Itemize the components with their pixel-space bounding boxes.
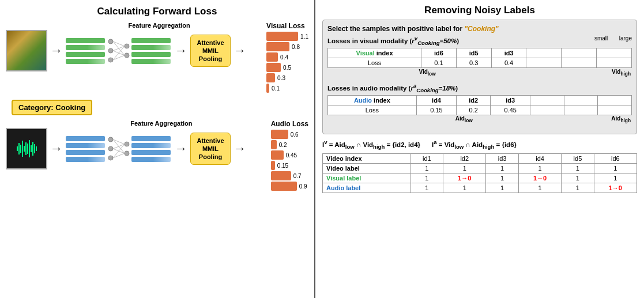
visual-id1: id1 xyxy=(597,48,632,58)
visual-val-id2: 0.8 xyxy=(562,58,597,68)
svg-point-12 xyxy=(108,146,113,151)
audio-id2: id2 xyxy=(457,96,490,105)
audio-id4: id4 xyxy=(416,96,457,105)
formula-row: Iv = Aidlow ∩ Vidhigh = {id2, id4} Ia = … xyxy=(322,139,637,150)
audio-row: → xyxy=(6,128,271,169)
visual-val-id4: 0.5 xyxy=(526,58,562,68)
audio-id5: id5 xyxy=(564,96,597,105)
svg-point-1 xyxy=(108,48,113,53)
audio-id3: id3 xyxy=(490,96,530,105)
visual-loss-bar-4: 0.5 xyxy=(266,63,291,72)
vid-low-label: Vidlow xyxy=(419,69,435,77)
audio-features-2 xyxy=(131,136,172,162)
visual-val-id5: 0.3 xyxy=(456,58,491,68)
vislab-1: 1 xyxy=(410,173,443,183)
svg-point-14 xyxy=(125,142,129,146)
audlab-4: 1 xyxy=(518,183,561,193)
pooling-label-1: Attentive xyxy=(197,39,224,46)
vl-5: 1 xyxy=(562,164,594,173)
visual-features xyxy=(66,38,106,64)
bt-id1: id1 xyxy=(410,154,443,164)
audio-loss-bar-5: 0.7 xyxy=(271,171,302,180)
formula-a: Ia = Vidlow ∩ Aidhigh = {id6} xyxy=(432,139,517,150)
svg-point-0 xyxy=(108,39,113,44)
visual-modality-title: Losses in visual modality (rvCooking=50%… xyxy=(327,35,632,46)
arrow-6: → xyxy=(234,141,246,156)
pooling-label-3: Pooling xyxy=(199,55,222,62)
audio-feature-agg-label: Feature Aggregation xyxy=(52,120,271,127)
audio-id1: id1 xyxy=(530,96,564,105)
audio-val-id2: 0.2 xyxy=(457,105,490,115)
audio-loss-table: Audio index id4 id2 id3 id1 id5 id6 Loss… xyxy=(327,95,632,115)
category-tag: Category: Cooking xyxy=(12,100,92,115)
audio-loss-label: Audio Loss xyxy=(271,120,308,128)
bottom-header-row: Video index id1 id2 id3 id4 id5 id6 xyxy=(323,154,637,164)
vislab-5: 1 xyxy=(562,173,594,183)
audio-pooling-label-3: Pooling xyxy=(199,153,222,160)
visual-index-header: Visual index xyxy=(328,48,421,58)
visual-feature-agg-label: Feature Aggregation xyxy=(52,22,266,29)
arrow-1: → xyxy=(50,43,63,58)
visual-loss-bar-1: 1.1 xyxy=(266,32,308,41)
audio-loss-bar-3: 0.45 xyxy=(271,150,297,160)
audio-loss-bar-6: 0.9 xyxy=(271,182,307,191)
bt-id2: id2 xyxy=(443,154,486,164)
vislab-2: 1→0 xyxy=(443,173,486,183)
video-label-header: Video label xyxy=(323,164,411,173)
arrow-2: → xyxy=(175,43,187,58)
visual-table-value-row: Loss 0.1 0.3 0.4 0.5 0.8 1.1 xyxy=(328,58,632,68)
audio-table-header-row: Audio index id4 id2 id3 id1 id5 id6 xyxy=(328,96,632,105)
audio-image xyxy=(6,128,47,169)
right-panel: Removing Noisy Labels Select the samples… xyxy=(315,0,644,298)
visual-modality-section: Losses in visual modality (rvCooking=50%… xyxy=(327,35,632,79)
audio-label-header: Audio label xyxy=(323,183,411,193)
bt-id4: id4 xyxy=(518,154,561,164)
audio-label-row: Audio label 1 1 1 1 1 1→0 xyxy=(323,183,637,193)
vid-high-label: Vidhigh xyxy=(612,69,631,77)
svg-point-2 xyxy=(108,58,113,62)
audio-val-id4: 0.15 xyxy=(416,105,457,115)
visual-loss-bar-3: 0.4 xyxy=(266,52,288,62)
vislab-4: 1→0 xyxy=(518,173,561,183)
vislab-3: 1 xyxy=(486,173,519,183)
audio-modality-title: Losses in audio modality (raCooking=18%) xyxy=(327,82,632,93)
arrow-5: → xyxy=(175,141,187,156)
visual-table-header-row: Visual index id6 id5 id3 id4 id2 id1 xyxy=(328,48,632,58)
audio-id6: id6 xyxy=(598,96,632,105)
audio-pooling-label-2: MMIL xyxy=(202,145,219,152)
visual-network xyxy=(106,36,131,66)
arrow-4: → xyxy=(50,141,63,156)
bt-id5: id5 xyxy=(562,154,594,164)
visual-loss-bar-2: 0.8 xyxy=(266,42,300,51)
visual-features-2 xyxy=(131,38,172,64)
select-label: Select the samples with positive label f… xyxy=(327,25,632,33)
visual-id3: id3 xyxy=(491,48,526,58)
video-index-header: Video index xyxy=(323,154,411,164)
visual-val-id3: 0.4 xyxy=(491,58,526,68)
left-title: Calculating Forward Loss xyxy=(6,6,308,17)
audio-wave xyxy=(17,140,37,157)
food-image xyxy=(6,30,47,71)
cooking-text: "Cooking" xyxy=(464,25,498,33)
audio-pooling-label-1: Attentive xyxy=(197,137,224,144)
bottom-table: Video index id1 id2 id3 id4 id5 id6 Vide… xyxy=(322,153,637,193)
vid-annotations: Vidlow Vidhigh xyxy=(327,69,632,79)
audio-val-id1: 0.6 xyxy=(530,105,564,115)
audlab-5: 1 xyxy=(562,183,594,193)
left-panel: Calculating Forward Loss Feature Aggrega… xyxy=(0,0,314,298)
right-title: Removing Noisy Labels xyxy=(322,5,637,16)
visual-id4: id4 xyxy=(526,48,562,58)
visual-loss-label: Visual Loss xyxy=(266,22,304,30)
vislab-6: 1 xyxy=(594,173,637,183)
noisy-label-box: Select the samples with positive label f… xyxy=(322,20,637,134)
visual-id2: id2 xyxy=(562,48,597,58)
arrow-3: → xyxy=(234,43,246,58)
visual-val-id1: 1.1 xyxy=(597,58,632,68)
visual-loss-bar-5: 0.3 xyxy=(266,73,285,82)
svg-point-11 xyxy=(108,137,113,142)
svg-point-15 xyxy=(125,151,129,156)
visual-loss-bar-6: 0.1 xyxy=(266,84,280,93)
visual-label-row: Visual label 1 1→0 1 1→0 1 1 xyxy=(323,173,637,183)
aid-annotations: Aidlow Aidhigh xyxy=(327,115,632,126)
audio-val-id5: 0.7 xyxy=(564,105,597,115)
